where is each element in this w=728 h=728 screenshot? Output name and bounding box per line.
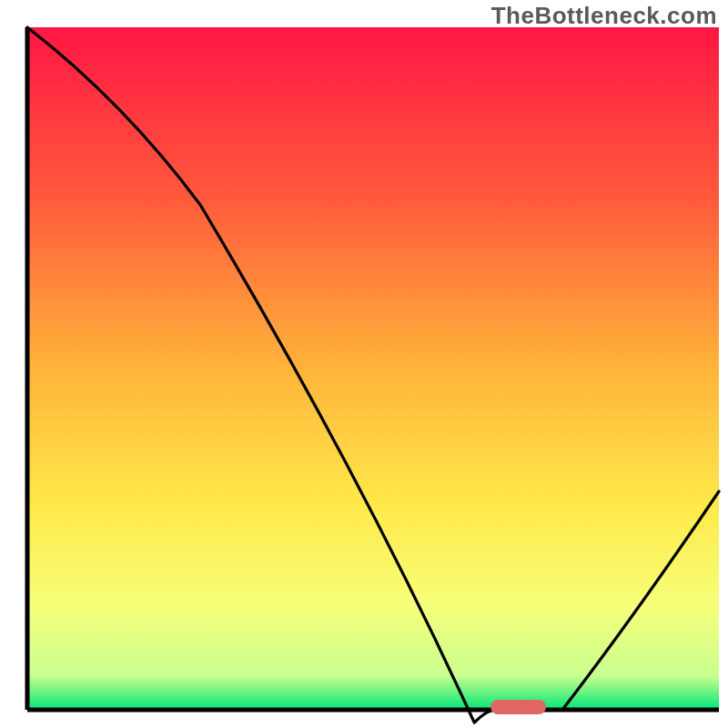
watermark-text: TheBottleneck.com [491, 2, 717, 30]
min-marker [490, 700, 546, 714]
plot-area [27, 27, 719, 710]
chart-container: TheBottleneck.com [0, 0, 728, 728]
bottleneck-chart [0, 0, 728, 728]
svg-rect-0 [27, 27, 719, 710]
svg-rect-3 [490, 700, 546, 714]
